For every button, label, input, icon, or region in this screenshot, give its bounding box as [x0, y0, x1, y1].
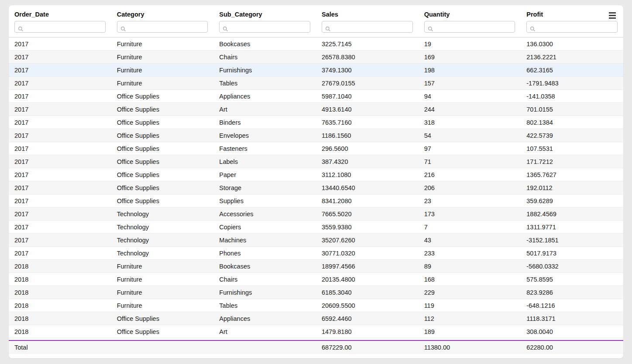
cell: 359.6289: [521, 194, 623, 208]
filter-input-profit[interactable]: [526, 21, 618, 33]
cell: Phones: [213, 247, 316, 260]
cell: 4913.6140: [316, 103, 419, 116]
table-row[interactable]: 2017Office SuppliesEnvelopes1186.1560544…: [9, 129, 623, 142]
cell: Furniture: [111, 64, 214, 77]
table-row[interactable]: 2017Office SuppliesSupplies8341.20802335…: [9, 194, 623, 208]
cell: 19: [419, 37, 521, 51]
table-row[interactable]: 2017FurnitureTables27679.0155157-1791.94…: [9, 77, 623, 90]
cell: 701.0155: [521, 103, 623, 116]
cell: 1311.9771: [521, 221, 623, 234]
table-row[interactable]: 2017FurnitureChairs26578.83801692136.222…: [9, 51, 623, 64]
cell: Technology: [111, 221, 214, 234]
table-row[interactable]: 2017TechnologyCopiers3559.938071311.9771: [9, 221, 623, 234]
cell: 216: [419, 168, 521, 181]
cell: 2017: [9, 155, 111, 168]
cell: 2017: [9, 90, 111, 103]
table-row[interactable]: 2017TechnologyAccessories7665.5020173188…: [9, 208, 623, 221]
cell: 192.0112: [521, 181, 623, 194]
table-row[interactable]: 2018Office SuppliesAppliances6592.446011…: [9, 312, 623, 325]
cell: 119: [419, 299, 521, 312]
table-row[interactable]: 2017Office SuppliesStorage13440.65402061…: [9, 181, 623, 194]
column-header-order-date[interactable]: Order_Date: [9, 5, 111, 21]
column-header-sales[interactable]: Sales: [316, 5, 419, 21]
filter-input-order-date[interactable]: [14, 21, 106, 33]
table-row[interactable]: 2017Office SuppliesAppliances5987.104094…: [9, 90, 623, 103]
cell: Appliances: [213, 90, 316, 103]
cell: 2018: [9, 260, 111, 273]
cell: 7635.7160: [316, 116, 419, 129]
column-header-quantity[interactable]: Quantity: [419, 5, 521, 21]
table-row[interactable]: 2017FurnitureFurnishings3749.1300198662.…: [9, 64, 623, 77]
table-header: Order_Date Category Sub_Category Sales Q…: [9, 5, 623, 37]
cell: -648.1216: [521, 299, 623, 312]
table-row[interactable]: 2017TechnologyMachines35207.626043-3152.…: [9, 234, 623, 247]
table-row[interactable]: 2017Office SuppliesBinders7635.716031880…: [9, 116, 623, 129]
column-header-category[interactable]: Category: [111, 5, 214, 21]
table-row[interactable]: 2017TechnologyPhones30771.03202335017.91…: [9, 247, 623, 260]
cell: 2017: [9, 116, 111, 129]
cell: 107.5531: [521, 142, 623, 155]
cell: 244: [419, 103, 521, 116]
cell: 802.1384: [521, 116, 623, 129]
table-row[interactable]: 2017Office SuppliesPaper3112.10802161365…: [9, 168, 623, 181]
cell: 6592.4460: [316, 312, 419, 325]
table-row[interactable]: 2018Office SuppliesArt1479.8180189308.00…: [9, 325, 623, 338]
cell: 662.3165: [521, 64, 623, 77]
cell: 2018: [9, 325, 111, 338]
cell: Office Supplies: [111, 116, 214, 129]
total-label: Total: [9, 344, 111, 351]
cell: Office Supplies: [111, 129, 214, 142]
table-row[interactable]: 2018FurnitureFurnishings6185.3040229823.…: [9, 286, 623, 299]
column-header-sub-category[interactable]: Sub_Category: [213, 5, 316, 21]
cell: Office Supplies: [111, 194, 214, 208]
cell: 823.9286: [521, 286, 623, 299]
total-quantity: 11380.00: [419, 344, 521, 351]
filter-input-sub-category[interactable]: [219, 21, 310, 33]
cell: 8341.2080: [316, 194, 419, 208]
cell: Furniture: [111, 260, 214, 273]
cell: Chairs: [213, 273, 316, 286]
cell: 2018: [9, 312, 111, 325]
table-row[interactable]: 2017FurnitureBookcases3225.714519136.030…: [9, 37, 623, 51]
cell: 171.7212: [521, 155, 623, 168]
header-row: Order_Date Category Sub_Category Sales Q…: [9, 5, 623, 21]
hamburger-menu-icon[interactable]: [608, 11, 617, 20]
cell: 296.5600: [316, 142, 419, 155]
table-row[interactable]: 2018FurnitureChairs20135.4800168575.8595: [9, 273, 623, 286]
cell: 308.0040: [521, 325, 623, 338]
cell: -5680.0332: [521, 260, 623, 273]
filter-input-category[interactable]: [117, 21, 208, 33]
cell: 2017: [9, 77, 111, 90]
cell: 35207.6260: [316, 234, 419, 247]
cell: Furniture: [111, 286, 214, 299]
cell: Art: [213, 325, 316, 338]
cell: 20609.5500: [316, 299, 419, 312]
cell: 23: [419, 194, 521, 208]
total-sales: 687229.00: [316, 344, 419, 351]
cell: 2017: [9, 37, 111, 51]
cell: Supplies: [213, 194, 316, 208]
cell: Technology: [111, 234, 214, 247]
cell: 2017: [9, 208, 111, 221]
total-row: Total 687229.00 11380.00 62280.00: [9, 340, 623, 354]
table-row[interactable]: 2018FurnitureTables20609.5500119-648.121…: [9, 299, 623, 312]
cell: 97: [419, 142, 521, 155]
cell: Office Supplies: [111, 142, 214, 155]
cell: 1882.4569: [521, 208, 623, 221]
cell: 2018: [9, 273, 111, 286]
filter-input-sales[interactable]: [322, 21, 413, 33]
cell: Paper: [213, 168, 316, 181]
cell: 1118.3171: [521, 312, 623, 325]
cell: 189: [419, 325, 521, 338]
cell: 2017: [9, 103, 111, 116]
filter-input-quantity[interactable]: [424, 21, 515, 33]
cell: 7: [419, 221, 521, 234]
cell: Machines: [213, 234, 316, 247]
table-row[interactable]: 2017Office SuppliesFasteners296.56009710…: [9, 142, 623, 155]
table-row[interactable]: 2017Office SuppliesArt4913.6140244701.01…: [9, 103, 623, 116]
table-row[interactable]: 2018FurnitureBookcases18997.456689-5680.…: [9, 260, 623, 273]
cell: -3152.1851: [521, 234, 623, 247]
table-row[interactable]: 2017Office SuppliesLabels387.432071171.7…: [9, 155, 623, 168]
cell: Office Supplies: [111, 155, 214, 168]
cell: Office Supplies: [111, 103, 214, 116]
